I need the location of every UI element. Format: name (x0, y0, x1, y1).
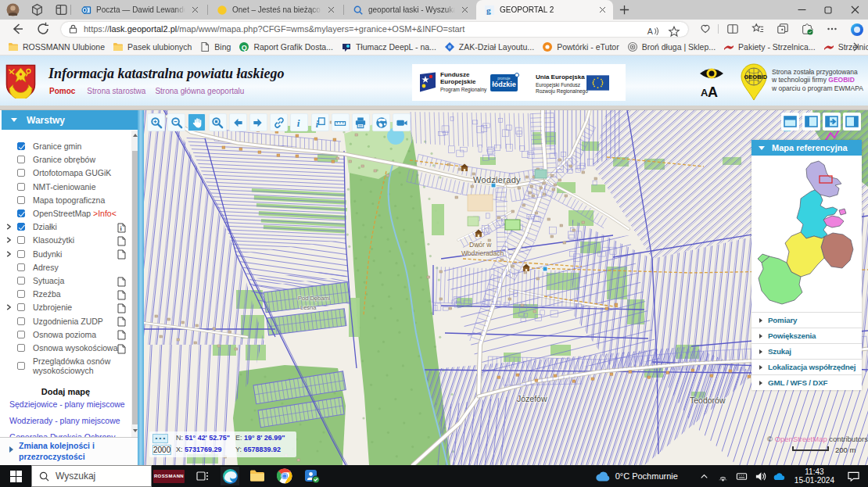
weather-text[interactable]: 0°C Pochmurnie (615, 471, 678, 481)
layer-label[interactable]: Uzbrojenie (33, 303, 72, 312)
layer-label[interactable]: Rzeźba (33, 289, 61, 299)
link-tool[interactable] (270, 113, 288, 131)
extensions-icon[interactable] (801, 23, 813, 35)
tab-close-button[interactable] (458, 4, 471, 16)
geobid-link[interactable]: GEOBID (828, 76, 855, 84)
bookmark-item-8[interactable]: Broń długa | Sklep... (627, 41, 716, 52)
split-screen-icon[interactable] (726, 23, 739, 35)
back-button[interactable] (9, 21, 25, 37)
layer-checkbox[interactable] (17, 317, 25, 325)
tab-close-button[interactable] (596, 4, 608, 16)
refresh-button[interactable] (35, 21, 51, 37)
expand-chevron-icon[interactable] (5, 304, 12, 310)
toggle-right-panel-button[interactable] (843, 113, 861, 131)
layer-checkbox[interactable] (17, 169, 25, 177)
notification-center-icon[interactable] (847, 471, 860, 482)
accessibility-eye-icon[interactable]: A A (698, 65, 725, 98)
file-explorer-icon[interactable] (248, 467, 267, 485)
bookmark-item-4[interactable]: QRaport Grafik Dosta... (239, 41, 333, 52)
doc-icon[interactable] (117, 276, 126, 286)
map-scale-value[interactable]: 2000 (152, 445, 171, 455)
collections-icon[interactable] (777, 23, 789, 35)
workspaces-icon[interactable] (30, 3, 44, 16)
read-aloud-icon[interactable]: A (646, 25, 658, 38)
layer-checkbox[interactable] (17, 223, 25, 231)
next-view-tool[interactable] (249, 113, 267, 131)
network-icon[interactable] (717, 471, 729, 482)
layer-label[interactable]: Mapa topograficzna (33, 195, 105, 205)
panel-item-gml-wfs-dxf[interactable]: GML / WFS / DXF (751, 374, 862, 390)
globe-tool[interactable] (372, 113, 390, 131)
osm-link[interactable]: OpenStreetMap (775, 435, 827, 443)
bookmark-item-6[interactable]: ZAK-Dział Layoutu... (444, 41, 534, 52)
layer-checkbox[interactable] (17, 277, 25, 285)
browser-tab-3[interactable]: geoportal łaski - Wyszukaj (345, 0, 475, 20)
keyboard-icon[interactable] (736, 471, 748, 482)
doc-icon[interactable] (117, 249, 126, 259)
layer-checkbox[interactable] (17, 331, 25, 338)
weather-icon[interactable] (596, 471, 611, 482)
zoom-box-tool[interactable] (209, 113, 227, 131)
info-page-tool[interactable]: i (311, 113, 329, 131)
layer-checkbox[interactable] (17, 236, 25, 244)
browser-tab-2[interactable]: Onet – Jesteś na bieżąco (209, 0, 342, 20)
zoom-in-tool[interactable] (147, 113, 165, 131)
window-minimize-button[interactable] (788, 0, 815, 20)
layer-label[interactable]: Działki (33, 222, 57, 231)
zoom-out-tool[interactable] (167, 113, 185, 131)
layers-panel-header[interactable]: Warstwy (2, 110, 138, 130)
link-starostwo[interactable]: Strona starostwa (87, 87, 145, 95)
layer-label[interactable]: Sytuacja (33, 276, 64, 285)
layer-checkbox[interactable] (17, 290, 25, 298)
task-view-button[interactable] (193, 467, 212, 485)
tab-actions-icon[interactable] (55, 3, 68, 16)
favorites-bar-icon[interactable] (751, 23, 764, 35)
layer-label[interactable]: NMT-cieniowanie (33, 182, 96, 192)
taskbar-clock[interactable]: 11:43 15-01-2024 (794, 467, 834, 485)
tray-chevron-icon[interactable] (698, 471, 710, 482)
panel-item-lokalizacja-wsp-rz-dnej[interactable]: Lokalizacja współrzędnej (751, 359, 862, 374)
scroll-down-arrow[interactable] (133, 429, 138, 432)
expand-chevron-icon[interactable] (5, 237, 12, 243)
measure-tool[interactable] (332, 113, 350, 131)
layer-checkbox[interactable] (17, 344, 25, 352)
layer-checkbox[interactable] (17, 209, 25, 217)
coords-options-button[interactable]: • • • (152, 434, 168, 443)
bookmark-item-9[interactable]: Pakiety - Strzelnica... (723, 41, 816, 52)
layer-label[interactable]: Klasoużytki (33, 235, 74, 245)
panel-item-powi-kszenia[interactable]: Powiększenia (751, 328, 862, 343)
browser-tab-1[interactable]: Poczta — Dawid Lewandowski – (73, 0, 206, 20)
settings-more-icon[interactable] (826, 23, 838, 35)
app-with-check-icon[interactable] (303, 467, 321, 485)
layer-checkbox[interactable] (17, 250, 25, 258)
window-close-button[interactable] (841, 0, 868, 20)
rossmann-app-button[interactable]: ROSSMANN (153, 470, 185, 483)
chrome-icon[interactable] (275, 467, 294, 485)
layer-checkbox[interactable] (17, 303, 25, 311)
bookmark-item-7[interactable]: Powtórki - eTutor (542, 41, 619, 52)
doc-icon[interactable] (117, 316, 126, 326)
layer-info-link[interactable]: >Info< (91, 209, 117, 218)
favorite-star-icon[interactable] (668, 25, 680, 38)
panel-item-szukaj[interactable]: Szukaj (751, 343, 862, 359)
pan-tool[interactable] (188, 113, 206, 131)
layer-checkbox[interactable] (17, 183, 25, 191)
layer-checkbox[interactable] (17, 263, 25, 271)
onedrive-icon[interactable] (773, 471, 785, 482)
window-maximize-button[interactable] (815, 0, 841, 20)
expand-chevron-icon[interactable] (5, 251, 12, 257)
print-tool[interactable] (352, 113, 370, 131)
lock-icon[interactable] (69, 24, 77, 34)
layer-label[interactable]: Osnowa wysokościowa (33, 343, 118, 353)
profile-avatar[interactable] (6, 3, 20, 16)
new-tab-button[interactable] (619, 4, 630, 16)
copilot-icon[interactable] (850, 23, 864, 37)
doc-icon[interactable] (117, 343, 126, 353)
reference-map-header[interactable]: Mapa referencyjna (751, 140, 862, 156)
bookmark-item-3[interactable]: Bing (199, 41, 231, 52)
bookmark-item-5[interactable]: Tłumacz DeepL - na... (341, 41, 436, 52)
link-pomoc[interactable]: Pomoc (49, 87, 75, 95)
scroll-up-arrow[interactable] (133, 134, 138, 137)
expand-panel-button[interactable] (823, 113, 841, 131)
doc-info-icon[interactable]: i (117, 222, 126, 232)
